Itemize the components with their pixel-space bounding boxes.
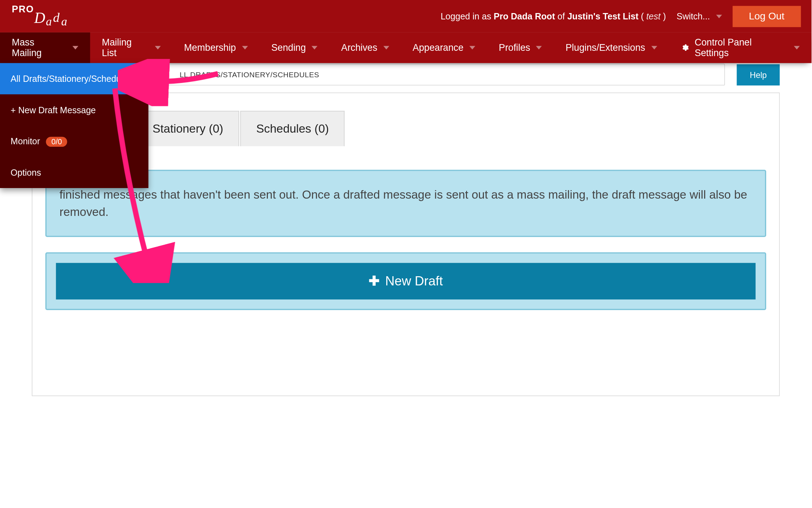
nav-mailing-list-label: Mailing List [102,37,149,58]
logout-button[interactable]: Log Out [732,6,801,27]
chevron-down-icon [794,46,800,49]
tab-schedules[interactable]: Schedules (0) [240,111,345,146]
dropdown-new-draft[interactable]: + New Draft Message [0,94,148,126]
login-listcode: test [646,11,660,21]
monitor-badge: 0/0 [46,137,67,147]
dropdown-monitor-label: Monitor [11,136,40,146]
nav-control-panel-settings[interactable]: Control Panel Settings [669,32,811,63]
tab-stationery[interactable]: Stationery (0) [137,111,239,146]
tabs: Stationery (0) Schedules (0) [137,111,766,146]
new-draft-label: New Draft [385,273,443,289]
switch-list-dropdown[interactable]: Switch... [677,11,722,21]
login-of: of [555,11,567,21]
login-paren-close: ) [660,11,666,21]
pro-dada-logo-icon: PRO D a d a [12,4,76,29]
nav-archives-label: Archives [341,42,377,53]
nav-appearance-label: Appearance [413,42,463,53]
plus-icon: ✚ [369,275,379,288]
login-info: Logged in as Pro Dada Root of Justin's T… [441,11,666,22]
new-draft-box: ✚ New Draft [45,252,766,310]
new-draft-button[interactable]: ✚ New Draft [56,263,756,300]
nav-mass-mailing[interactable]: Mass Mailing [0,32,90,63]
nav-mailing-list[interactable]: Mailing List [90,32,172,63]
login-root: Pro Dada Root [494,11,555,21]
nav-profiles[interactable]: Profiles [487,32,554,63]
logo[interactable]: PRO D a d a [0,0,88,32]
nav-mass-mailing-label: Mass Mailing [12,37,66,58]
switch-label: Switch... [677,11,710,21]
nav-cp-settings-label: Control Panel Settings [695,37,788,58]
chevron-down-icon [312,46,318,49]
topbar: PRO D a d a Logged in as Pro Dada Root o… [0,0,812,32]
chevron-down-icon [651,46,657,49]
chevron-down-icon [716,14,722,18]
dropdown-all-drafts[interactable]: All Drafts/Stationery/Schedules [0,63,148,95]
nav-sending[interactable]: Sending [259,32,329,63]
login-prefix: Logged in as [441,11,494,21]
nav-membership-label: Membership [184,42,236,53]
svg-text:a: a [61,14,67,28]
chevron-down-icon [72,46,78,49]
svg-text:D: D [34,9,45,26]
chevron-down-icon [383,46,389,49]
nav-membership[interactable]: Membership [172,32,259,63]
dropdown-monitor[interactable]: Monitor 0/0 [0,126,148,157]
svg-text:d: d [53,10,60,24]
breadcrumb-text: LL DRAFTS/STATIONERY/SCHEDULES [180,71,319,79]
chevron-down-icon [536,46,542,49]
login-listname: Justin's Test List [567,11,639,21]
nav-sending-label: Sending [271,42,306,53]
nav-profiles-label: Profiles [499,42,530,53]
nav-archives[interactable]: Archives [330,32,401,63]
nav-appearance[interactable]: Appearance [401,32,487,63]
mass-mailing-dropdown: All Drafts/Stationery/Schedules + New Dr… [0,63,148,188]
chevron-down-icon [242,46,248,49]
nav-plugins[interactable]: Plugins/Extensions [554,32,669,63]
drafts-info-text: finished messages that haven't been sent… [60,188,747,218]
dropdown-options[interactable]: Options [0,157,148,188]
gear-icon [681,44,689,52]
chevron-down-icon [155,46,161,49]
login-paren-open: ( [639,11,646,21]
svg-text:PRO: PRO [12,4,34,14]
main-nav: Mass Mailing Mailing List Membership Sen… [0,32,812,63]
chevron-down-icon [469,46,475,49]
nav-plugins-label: Plugins/Extensions [566,42,645,53]
drafts-info-box: finished messages that haven't been sent… [45,170,766,237]
svg-text:a: a [46,14,52,28]
